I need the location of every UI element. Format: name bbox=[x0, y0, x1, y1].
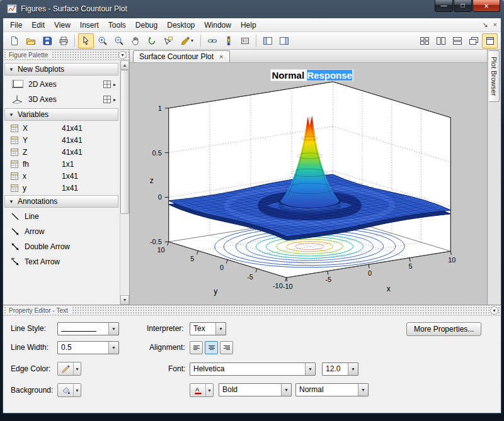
pan-button[interactable] bbox=[127, 33, 143, 48]
align-right-button[interactable] bbox=[220, 341, 233, 354]
annotation-item-text-arrow[interactable]: Text Arrow bbox=[4, 254, 118, 269]
menu-tools[interactable]: Tools bbox=[104, 20, 130, 31]
subplot-grid-icon[interactable] bbox=[103, 95, 112, 104]
line-width-select[interactable]: 0.5 ▼ bbox=[57, 341, 119, 354]
cascade-windows-button[interactable] bbox=[466, 33, 481, 48]
cascade-windows-icon bbox=[469, 36, 479, 46]
menubar-close-icon[interactable]: × bbox=[493, 21, 497, 29]
variable-row-fh[interactable]: fh 1x1 bbox=[4, 158, 118, 170]
font-weight-select[interactable]: Bold ▼ bbox=[219, 383, 292, 396]
tab-surface-contour-plot[interactable]: Surface Countour Plot × bbox=[133, 50, 230, 62]
menu-edit[interactable]: Edit bbox=[27, 20, 49, 31]
close-button[interactable]: × bbox=[472, 0, 500, 12]
subplot-grid-icon[interactable] bbox=[103, 80, 112, 89]
section-new-subplots[interactable]: ▼ New Subplots bbox=[4, 63, 118, 76]
zoom-out-button[interactable] bbox=[111, 33, 127, 48]
minimize-button[interactable]: — bbox=[435, 0, 453, 12]
zoom-in-button[interactable] bbox=[94, 33, 110, 48]
y-tick: 10 bbox=[158, 246, 165, 254]
palette-item-2d-axes[interactable]: 2D Axes ▸ bbox=[4, 77, 118, 92]
new-figure-button[interactable] bbox=[6, 33, 22, 48]
menu-insert[interactable]: Insert bbox=[76, 20, 103, 31]
plot-browser-strip: Plot Browser bbox=[487, 50, 501, 305]
menu-debug[interactable]: Debug bbox=[131, 20, 162, 31]
palette-scrollbar[interactable]: ▲ ▼ bbox=[120, 60, 129, 305]
brush-button[interactable]: ▾ bbox=[176, 33, 197, 48]
chevron-down-icon: ▼ bbox=[492, 308, 496, 313]
split-horizontal-button[interactable] bbox=[449, 33, 465, 48]
open-file-button[interactable] bbox=[23, 33, 38, 48]
insert-legend-button[interactable] bbox=[237, 33, 253, 48]
grid-layout-button[interactable] bbox=[416, 33, 432, 48]
dropdown-arrow-icon: ▼ bbox=[358, 384, 368, 396]
variable-row-X[interactable]: X 41x41 bbox=[4, 122, 118, 134]
maximize-button[interactable]: □ bbox=[454, 0, 472, 12]
section-annotations[interactable]: ▼ Annotations bbox=[4, 195, 118, 208]
flyout-arrow-icon[interactable]: ▸ bbox=[113, 97, 116, 103]
menu-window[interactable]: Window bbox=[200, 20, 236, 31]
interpreter-value: Tex bbox=[190, 323, 215, 335]
variable-row-Y[interactable]: Y 41x41 bbox=[4, 134, 118, 146]
variable-name: fh bbox=[23, 160, 58, 169]
figure-palette-header[interactable]: Figure Palette ▼ bbox=[3, 50, 129, 60]
property-editor-collapse-button[interactable]: ▼ bbox=[490, 306, 498, 315]
item-label: Double Arrow bbox=[25, 242, 70, 251]
edge-color-button[interactable]: ▼ bbox=[57, 362, 81, 376]
font-style-select[interactable]: Normal ▼ bbox=[295, 383, 369, 396]
palette-item-3d-axes[interactable]: 3D Axes ▸ bbox=[4, 92, 118, 107]
rotate-3d-button[interactable] bbox=[144, 33, 159, 48]
plot-canvas[interactable]: 1 0.5 0 -0.5 10 5 0 -5 -10 -10 -5 0 bbox=[130, 63, 487, 305]
tab-plot-browser[interactable]: Plot Browser bbox=[489, 50, 500, 102]
align-left-button[interactable] bbox=[190, 341, 203, 354]
figure-palette-toggle-icon bbox=[263, 36, 273, 46]
z-tick: 0.5 bbox=[152, 149, 162, 157]
annotation-item-line[interactable]: Line bbox=[4, 209, 118, 224]
property-editor-header[interactable]: Property Editor - Text ▼ bbox=[3, 305, 501, 316]
link-plots-button[interactable] bbox=[204, 33, 220, 48]
more-properties-button[interactable]: More Properties... bbox=[406, 322, 481, 336]
titlebar[interactable]: Figures - Surface Countour Plot — □ × bbox=[3, 0, 501, 18]
data-cursor-button[interactable] bbox=[160, 33, 176, 48]
menu-file[interactable]: File bbox=[6, 20, 26, 31]
save-button[interactable] bbox=[39, 33, 55, 48]
colorbar-icon bbox=[224, 36, 234, 46]
line-style-select[interactable]: ▼ bbox=[57, 322, 119, 335]
select-arrow-button[interactable] bbox=[78, 33, 94, 48]
annotation-item-arrow[interactable]: Arrow bbox=[4, 224, 118, 239]
section-variables[interactable]: ▼ Variables bbox=[4, 108, 118, 121]
show-figure-palette-button[interactable] bbox=[260, 33, 275, 48]
background-color-button[interactable]: ▼ bbox=[57, 383, 81, 397]
font-size-select[interactable]: 12.0 ▼ bbox=[322, 362, 358, 376]
line-annotation-icon bbox=[10, 211, 20, 222]
scroll-up-icon[interactable]: ▲ bbox=[120, 60, 129, 70]
plot-title[interactable]: Normal Response bbox=[271, 70, 353, 81]
scrollbar-thumb[interactable] bbox=[120, 70, 129, 214]
font-family-select[interactable]: Helvetica ▼ bbox=[190, 362, 316, 376]
insert-colorbar-button[interactable] bbox=[220, 33, 236, 48]
x-tick: -10 bbox=[283, 283, 293, 290]
annotation-item-double-arrow[interactable]: Double Arrow bbox=[4, 239, 118, 254]
toolbar-separator bbox=[200, 35, 201, 47]
variable-row-Z[interactable]: Z 41x41 bbox=[4, 146, 118, 158]
surface-plot[interactable]: 1 0.5 0 -0.5 10 5 0 -5 -10 -10 -5 0 bbox=[130, 63, 487, 305]
maximize-pane-button[interactable] bbox=[482, 33, 498, 48]
split-vertical-button[interactable] bbox=[433, 33, 449, 48]
maximize-icon: □ bbox=[461, 3, 464, 9]
scroll-down-icon[interactable]: ▼ bbox=[120, 295, 129, 305]
print-button[interactable] bbox=[55, 33, 71, 48]
align-center-button[interactable] bbox=[205, 341, 218, 354]
figure-tabbar: Surface Countour Plot × bbox=[130, 50, 487, 63]
variable-row-y[interactable]: y 1x41 bbox=[4, 182, 118, 194]
flyout-arrow-icon[interactable]: ▸ bbox=[113, 82, 116, 87]
font-color-button[interactable]: A ▼ bbox=[190, 383, 214, 397]
variable-row-x[interactable]: x 1x41 bbox=[4, 170, 118, 182]
show-plot-browser-button[interactable] bbox=[276, 33, 292, 48]
figure-palette-collapse-button[interactable]: ▼ bbox=[118, 51, 127, 59]
menu-desktop[interactable]: Desktop bbox=[163, 20, 199, 31]
font-style-value: Normal bbox=[296, 384, 358, 396]
tab-close-icon[interactable]: × bbox=[219, 53, 223, 60]
menu-help[interactable]: Help bbox=[236, 20, 261, 31]
interpreter-select[interactable]: Tex ▼ bbox=[190, 322, 226, 335]
dock-arrow-icon[interactable]: ↘ bbox=[482, 21, 488, 29]
menu-view[interactable]: View bbox=[50, 20, 75, 31]
